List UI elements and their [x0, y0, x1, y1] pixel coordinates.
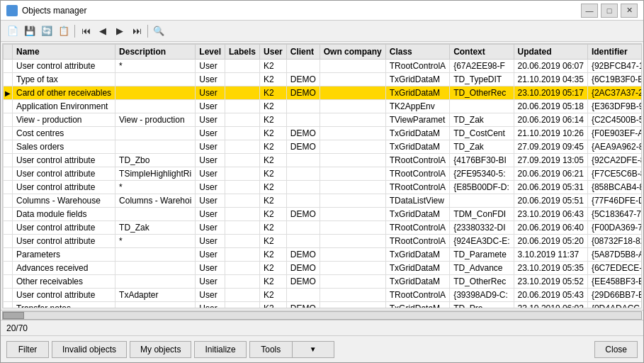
- col-client[interactable]: Client: [286, 45, 320, 60]
- table-row[interactable]: Transfer notesUserK2DEMOTxGridDataMTD_Pr…: [4, 302, 643, 309]
- table-row[interactable]: User control attributeTD_ZakUserK2TRootC…: [4, 221, 643, 235]
- toolbar-refresh-btn[interactable]: 🔄: [39, 23, 55, 39]
- table-row[interactable]: User control attribute*UserK2TRootContro…: [4, 60, 643, 73]
- cell-class: TRootControlA: [385, 167, 449, 181]
- col-class[interactable]: Class: [385, 45, 449, 60]
- toolbar-save-btn[interactable]: 💾: [22, 23, 38, 39]
- cell-indicator: [4, 221, 13, 235]
- toolbar-search-btn[interactable]: 🔍: [151, 23, 166, 39]
- cell-indicator: [4, 73, 13, 86]
- status-bar: 20/70: [1, 320, 643, 335]
- filter-button[interactable]: Filter: [6, 341, 49, 358]
- horizontal-scrollbar-area[interactable]: [1, 310, 643, 320]
- table-row[interactable]: User control attributeTxAdapterUserK2TRo…: [4, 289, 643, 302]
- table-row[interactable]: Type of taxUserK2DEMOTxGridDataMTD_TypeD…: [4, 73, 643, 86]
- cell-context: {67A2EE98-F: [450, 60, 514, 73]
- cell-class: TDataListView: [385, 194, 449, 208]
- col-context[interactable]: Context: [450, 45, 514, 60]
- scrollbar-thumb[interactable]: [3, 312, 24, 319]
- cell-indicator: [4, 248, 13, 262]
- toolbar-copy-btn[interactable]: 📋: [56, 23, 72, 39]
- col-name[interactable]: Name: [13, 45, 115, 60]
- invalid-objects-button[interactable]: Invalid objects: [52, 341, 127, 358]
- cell-class: TRootControlA: [385, 60, 449, 73]
- col-labels[interactable]: Labels: [225, 45, 260, 60]
- toolbar-last-btn[interactable]: ⏭: [129, 23, 145, 39]
- table-row[interactable]: Sales ordersUserK2DEMOTxGridDataMTD_Zak2…: [4, 140, 643, 154]
- cell-context: TD_Pre: [450, 302, 514, 309]
- col-identifier[interactable]: Identifier: [587, 45, 642, 60]
- cell-own_company: [320, 289, 385, 302]
- table-row[interactable]: Columns - WarehouseColumns - WarehoiUser…: [4, 194, 643, 208]
- cell-name: Parameters: [13, 248, 115, 262]
- cell-client: [286, 194, 320, 208]
- maximize-button[interactable]: □: [601, 4, 618, 18]
- cell-identifier: {2AC37A37-26A: [587, 86, 642, 100]
- toolbar-new-btn[interactable]: 📄: [5, 23, 21, 39]
- cell-context: {E85B00DF-D:: [450, 181, 514, 194]
- col-own-company[interactable]: Own company: [320, 45, 385, 60]
- table-row[interactable]: Application EnvironmentUserK2TK2AppEnv20…: [4, 100, 643, 113]
- cell-name: User control attribute: [13, 167, 115, 181]
- minimize-button[interactable]: —: [581, 4, 598, 18]
- horizontal-scrollbar[interactable]: [2, 311, 642, 320]
- cell-user: K2: [260, 86, 287, 100]
- table-row[interactable]: User control attributeTSimpleHighlightRi…: [4, 167, 643, 181]
- cell-context: [450, 194, 514, 208]
- cell-identifier: {F0E903EF-AB4: [587, 127, 642, 140]
- table-wrapper[interactable]: Name Description Level Labels User Clien…: [2, 43, 642, 308]
- cell-level: User: [196, 86, 225, 100]
- col-user[interactable]: User: [260, 45, 287, 60]
- col-description[interactable]: Description: [115, 45, 196, 60]
- col-updated[interactable]: Updated: [514, 45, 587, 60]
- cell-name: User control attribute: [13, 289, 115, 302]
- toolbar-first-btn[interactable]: ⏮: [78, 23, 94, 39]
- tools-button[interactable]: Tools: [249, 341, 292, 358]
- cell-indicator: [4, 289, 13, 302]
- cell-class: TxGridDataM: [385, 86, 449, 100]
- window-close-button[interactable]: ✕: [621, 4, 638, 18]
- cell-identifier: {0D4ADACC-44: [587, 302, 642, 309]
- initialize-button[interactable]: Initialize: [194, 341, 246, 358]
- toolbar-prev-btn[interactable]: ◀: [95, 23, 111, 39]
- tools-dropdown: Tools ▼: [249, 341, 334, 358]
- cell-class: TRootControlA: [385, 235, 449, 248]
- cell-updated: 3.10.2019 11:37: [514, 248, 587, 262]
- col-level[interactable]: Level: [196, 45, 225, 60]
- table-row[interactable]: ▶Card of other receivablesUserK2DEMOTxGr…: [4, 86, 643, 100]
- table-row[interactable]: Data module fieldsUserK2DEMOTxGridDataMT…: [4, 208, 643, 221]
- cell-level: User: [196, 167, 225, 181]
- cell-description: *: [115, 60, 196, 73]
- table-row[interactable]: User control attribute*UserK2TRootContro…: [4, 181, 643, 194]
- cell-user: K2: [260, 208, 287, 221]
- cell-labels: [225, 167, 260, 181]
- toolbar-next-btn[interactable]: ▶: [112, 23, 128, 39]
- table-row[interactable]: User control attribute*UserK2TRootContro…: [4, 235, 643, 248]
- table-row[interactable]: Other receivablesUserK2DEMOTxGridDataMTD…: [4, 275, 643, 289]
- cell-indicator: [4, 113, 13, 127]
- table-row[interactable]: ParametersUserK2DEMOTxGridDataMTD_Parame…: [4, 248, 643, 262]
- cell-client: DEMO: [286, 73, 320, 86]
- cell-indicator: [4, 194, 13, 208]
- title-bar: Objects manager — □ ✕: [1, 1, 643, 21]
- cell-user: K2: [260, 154, 287, 167]
- cell-context: TD_OtherRec: [450, 86, 514, 100]
- table-row[interactable]: View - productionView - productionUserK2…: [4, 113, 643, 127]
- cell-indicator: [4, 275, 13, 289]
- cell-description: TxAdapter: [115, 289, 196, 302]
- cell-context: TD_Zak: [450, 140, 514, 154]
- cell-context: {39398AD9-C:: [450, 289, 514, 302]
- cell-own_company: [320, 208, 385, 221]
- tools-dropdown-arrow[interactable]: ▼: [292, 341, 334, 358]
- cell-labels: [225, 275, 260, 289]
- table-row[interactable]: Cost centresUserK2DEMOTxGridDataMTD_Cost…: [4, 127, 643, 140]
- my-objects-button[interactable]: My objects: [130, 341, 191, 358]
- table-row[interactable]: User control attributeTD_ZboUserK2TRootC…: [4, 154, 643, 167]
- close-button[interactable]: Close: [594, 341, 638, 358]
- cell-name: Advances received: [13, 262, 115, 275]
- cell-context: {23380332-DI: [450, 221, 514, 235]
- cell-client: [286, 181, 320, 194]
- table-row[interactable]: Advances receivedUserK2DEMOTxGridDataMTD…: [4, 262, 643, 275]
- cell-updated: 20.06.2019 05:51: [514, 194, 587, 208]
- cell-name: Sales orders: [13, 140, 115, 154]
